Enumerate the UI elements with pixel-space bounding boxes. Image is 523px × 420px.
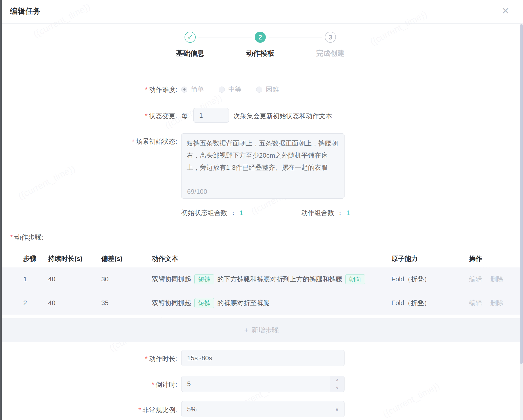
table-row: 1 40 30 双臂协同抓起 短裤 的下方裤腿和裤腰对折到上方的裤腿和裤腰 朝向… [0, 267, 523, 291]
radio-medium[interactable]: 中等 [219, 85, 242, 94]
state-change-label: *状态变更: [71, 112, 177, 120]
required-asterisk: * [10, 234, 13, 241]
countdown-input[interactable]: 5 ∧ ∨ [181, 376, 345, 392]
watermark: ({current_time}) [32, 1, 92, 40]
header-divider [0, 23, 523, 24]
countdown-label: *倒计时: [71, 380, 177, 389]
cell-deviation: 30 [101, 267, 109, 291]
required-asterisk: * [145, 112, 148, 120]
col-step: 步骤 [23, 250, 36, 267]
watermark: ({current_time}) [368, 9, 429, 48]
radio-hard-label: 困难 [266, 85, 279, 94]
cell-ability: Fold（折叠） [391, 267, 431, 291]
number-stepper: ∧ ∨ [330, 376, 344, 392]
col-deviation: 偏差(s) [101, 250, 123, 267]
step-2-circle: 2 [255, 32, 266, 43]
col-action-text: 动作文本 [152, 250, 178, 267]
watermark: ({current_time}) [16, 163, 77, 202]
chevron-down-icon: ∨ [336, 385, 339, 390]
step-3-number: 3 [329, 34, 332, 41]
plus-icon: + [244, 326, 248, 334]
radio-hard[interactable]: 困难 [256, 85, 279, 94]
stepper-up-button[interactable]: ∧ [330, 376, 344, 384]
unusual-ratio-select[interactable]: 5% ∨ [181, 401, 345, 417]
action-combo-value: 1 [346, 209, 350, 217]
cell-action-text: 双臂协同抓起 短裤 的裤腰对折至裤腿 [152, 291, 270, 315]
initial-state-label: *场景初始状态: [71, 137, 177, 146]
initial-state-text: 短裤五条数据背面朝上，五条数据正面朝上，裤腰朝右，离头部视野下方至少20cm之外… [187, 139, 338, 171]
radio-circle [219, 87, 225, 93]
state-change-input[interactable]: 1 [193, 108, 229, 123]
char-counter: 69/100 [187, 188, 207, 195]
cell-actions: 编辑 删除 [469, 291, 512, 315]
duration-label: *动作时长: [71, 354, 177, 363]
edit-link[interactable]: 编辑 [469, 275, 482, 284]
cell-duration: 40 [48, 291, 55, 315]
add-step-label: 新增步骤 [251, 326, 279, 335]
required-asterisk: * [145, 86, 148, 93]
action-steps-label: *动作步骤: [10, 233, 44, 242]
col-actions: 操作 [469, 250, 482, 267]
watermark: ({current_time}) [381, 381, 441, 419]
cell-actions: 编辑 删除 [469, 267, 512, 291]
radio-easy-label: 简单 [191, 85, 204, 94]
table-row: 2 40 35 双臂协同抓起 短裤 的裤腰对折至裤腿 Fold（折叠） 编辑 删… [0, 291, 523, 315]
chevron-down-icon: ∨ [335, 406, 339, 413]
edit-link[interactable]: 编辑 [469, 299, 482, 307]
object-tag: 短裤 [194, 274, 214, 284]
step-2-number: 2 [258, 34, 262, 41]
radio-easy[interactable]: 简单 [181, 85, 204, 94]
scrollbar-thumb[interactable] [520, 24, 523, 364]
cell-deviation: 35 [101, 291, 109, 315]
required-asterisk: * [138, 406, 141, 414]
cell-ability: Fold（折叠） [391, 291, 431, 315]
delete-link[interactable]: 删除 [490, 275, 504, 284]
required-asterisk: * [152, 381, 154, 388]
cell-duration: 40 [48, 267, 55, 291]
step-connector [198, 37, 252, 37]
state-change-suffix: 次采集会更新初始状态和动作文本 [233, 112, 332, 120]
step-2-label: 动作模板 [230, 49, 291, 58]
difficulty-radio-group: 简单 中等 困难 [181, 85, 294, 94]
check-icon: ✓ [187, 33, 193, 41]
action-combo-count: 动作组合数 ： 1 [301, 208, 350, 217]
edit-task-dialog: ({current_time}) ({current_time}) ({curr… [0, 0, 523, 420]
unusual-ratio-label: *非常规比例: [71, 406, 177, 414]
direction-tag: 朝向 [345, 274, 365, 284]
add-step-button[interactable]: + 新增步骤 [0, 318, 523, 342]
step-1-label: 基础信息 [160, 49, 220, 58]
cell-step: 2 [23, 291, 27, 315]
step-3-circle: 3 [325, 32, 336, 43]
required-asterisk: * [132, 138, 134, 145]
step-1-circle: ✓ [185, 32, 196, 43]
initial-combo-value: 1 [239, 209, 243, 217]
steps-table-header: 步骤 持续时长(s) 偏差(s) 动作文本 原子能力 操作 [0, 250, 523, 267]
dialog-title: 编辑任务 [10, 6, 41, 16]
duration-input[interactable]: 15s~80s [181, 350, 345, 366]
cell-step: 1 [23, 267, 27, 291]
cell-action-text: 双臂协同抓起 短裤 的下方裤腿和裤腰对折到上方的裤腿和裤腰 朝向 [152, 267, 368, 291]
stepper-down-button[interactable]: ∨ [330, 384, 344, 392]
initial-state-textarea[interactable]: 短裤五条数据背面朝上，五条数据正面朝上，裤腰朝右，离头部视野下方至少20cm之外… [181, 133, 345, 199]
page-left-edge [0, 0, 2, 420]
state-change-prefix: 每 [181, 112, 188, 120]
radio-circle-selected [181, 87, 187, 93]
close-icon[interactable]: ✕ [499, 5, 512, 17]
step-3-label: 完成创建 [300, 49, 361, 58]
radio-circle [256, 87, 262, 93]
step-connector [269, 37, 322, 37]
object-tag: 短裤 [194, 298, 214, 308]
chevron-up-icon: ∧ [336, 377, 339, 383]
initial-combo-count: 初始状态组合数 ： 1 [181, 208, 243, 217]
col-duration: 持续时长(s) [48, 250, 83, 267]
delete-link[interactable]: 删除 [490, 299, 504, 307]
col-ability: 原子能力 [391, 250, 418, 267]
difficulty-label: *动作难度: [71, 85, 177, 94]
radio-medium-label: 中等 [228, 85, 242, 94]
required-asterisk: * [145, 355, 148, 363]
